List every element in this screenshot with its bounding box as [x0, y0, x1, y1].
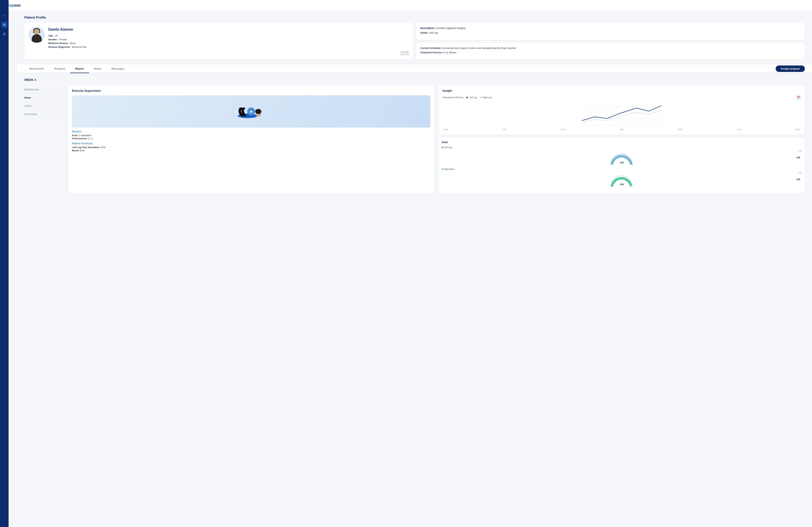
- x-label-6: 16/12: [795, 129, 800, 131]
- goal-panel: Goal Left Leg 136: [438, 137, 805, 193]
- svg-text:136: 136: [620, 161, 624, 164]
- gender-label: Gender:: [48, 38, 58, 41]
- chevron-right-icon: ›: [63, 88, 64, 91]
- tab-movements[interactable]: Movements: [24, 64, 49, 73]
- diagnosis-value: Meniscal Tear: [72, 46, 87, 48]
- schedule-label: Current Schedule:: [420, 47, 441, 49]
- assign-program-button[interactable]: Assign program: [775, 65, 805, 72]
- last-login: Last login 12.12.23: [400, 51, 409, 56]
- report-columns: Quadriceps › Knee › Ankle › Heel Slide ›: [24, 85, 805, 193]
- areas-row: Areas: Left Leg: [420, 31, 800, 34]
- gender-value: Female: [59, 38, 67, 41]
- diagnosis-label: Disease Diagnosis:: [48, 46, 71, 48]
- left-leg-dot: [466, 97, 468, 98]
- goal-left-leg: Left Leg 136 136: [442, 146, 802, 165]
- tab-program[interactable]: Program: [49, 64, 70, 73]
- chart-header: Development Process Left Leg Right Leg 📅: [443, 95, 801, 100]
- play-button[interactable]: ▶: [247, 107, 255, 115]
- left-leg-goal-legend: Left Leg: [442, 146, 802, 149]
- patients-icon[interactable]: [1, 22, 8, 28]
- patient-main-card: Damla Ataman Age: 23 Gender: Female Medi…: [24, 23, 413, 60]
- right-back-goal-label: Right Back: [444, 168, 454, 170]
- calendar-icon[interactable]: 📅: [796, 95, 801, 100]
- exercise-menu: Quadriceps › Knee › Ankle › Heel Slide ›: [24, 85, 64, 193]
- mood-row: Mood: 8/10: [72, 149, 430, 152]
- add-icon[interactable]: +: [1, 13, 8, 19]
- diagnosis-row: Disease Diagnosis: Meniscal Tear: [48, 46, 409, 48]
- treatment-value: 8-12 Weeks: [444, 51, 456, 54]
- schedule-card: Current Schedule: Increasing knee range …: [416, 43, 805, 60]
- menu-item-heel-slide[interactable]: Heel Slide ›: [24, 110, 64, 118]
- svg-point-7: [255, 109, 261, 114]
- goal-right-back: Right Back 136 136: [442, 168, 802, 186]
- description-value: Cruciate Ligament Surgery: [436, 27, 466, 30]
- x-label-0: 23/09: [443, 129, 448, 131]
- x-label-2: 21/10: [561, 129, 566, 131]
- description-row: Description: Cruciate Ligament Surgery: [420, 27, 800, 30]
- left-leg-gauge-svg: 136: [610, 153, 633, 165]
- description-label: Description:: [420, 27, 435, 30]
- pain-row: Left Leg Pain Sensation: 3/10: [72, 146, 430, 149]
- routine-label: Routine: [72, 130, 430, 133]
- chevron-right-icon: ›: [63, 104, 64, 107]
- profile-grid: Damla Ataman Age: 23 Gender: Female Medi…: [24, 23, 805, 60]
- left-leg-goal-value: 140: [796, 156, 800, 159]
- right-leg-dot: [480, 97, 481, 98]
- tabs: Movements Program Report Notes Messages …: [17, 64, 812, 73]
- medicine-label: Medicine History:: [48, 42, 69, 45]
- menu-item-ankle[interactable]: Ankle ›: [24, 102, 64, 110]
- goal-title: Goal: [442, 140, 802, 144]
- patient-info: Damla Ataman Age: 23 Gender: Female Medi…: [48, 27, 409, 49]
- treatment-row: Treatment Process: 8-12 Weeks: [420, 51, 800, 54]
- svg-text:136: 136: [620, 183, 624, 186]
- insight-panel: Insight Development Process Left Leg Rig…: [438, 85, 805, 135]
- tab-messages[interactable]: Messages: [106, 64, 129, 73]
- left-leg-goal-dot: [442, 147, 443, 148]
- right-back-gauge-svg: 136: [610, 175, 633, 186]
- sidebar: +: [0, 0, 9, 527]
- header: propose: [0, 0, 812, 11]
- avatar: [29, 27, 45, 43]
- pain-label: Left Leg Pain Sensation:: [72, 146, 100, 149]
- x-label-3: 4/11: [620, 129, 624, 131]
- insight-title: Insight: [443, 89, 801, 92]
- medicine-row: Medicine History: None: [48, 42, 409, 45]
- right-back-gauge-wrap: 136 145: [442, 175, 802, 186]
- documents-icon[interactable]: [1, 31, 8, 37]
- gender-row: Gender: Female: [48, 38, 409, 41]
- goal-label: Goal:: [72, 134, 78, 137]
- mood-label: Mood:: [72, 149, 79, 152]
- x-label-1: 7/10: [503, 129, 506, 131]
- performance-value: 2 / 2: [88, 137, 93, 140]
- performance-label: Performance:: [72, 137, 88, 140]
- tab-report[interactable]: Report: [70, 64, 89, 73]
- week-label: WEEK 4: [24, 78, 805, 82]
- main-content: Patient Profile Damla Ataman: [9, 0, 812, 527]
- exercise-video-thumb[interactable]: ▶: [72, 95, 430, 127]
- right-back-goal-legend: Right Back: [442, 168, 802, 170]
- menu-item-knee[interactable]: Knee ›: [24, 93, 64, 102]
- treatment-label: Treatment Process:: [420, 51, 443, 54]
- menu-item-quadriceps[interactable]: Quadriceps ›: [24, 85, 64, 93]
- chevron-right-icon: ›: [63, 113, 64, 115]
- chevron-right-icon: ›: [63, 96, 64, 99]
- patient-feedback-label: Patient Feedback: [72, 142, 430, 145]
- schedule-row: Current Schedule: Increasing knee range …: [420, 47, 800, 49]
- schedule-value: Increasing knee range of motion and stre…: [442, 47, 516, 49]
- tab-notes[interactable]: Notes: [89, 64, 106, 73]
- exercise-supervision-panel: Exercise Supervision: [68, 85, 434, 193]
- pain-value: 3/10: [101, 146, 105, 149]
- patient-profile-title: Patient Profile: [24, 16, 805, 19]
- left-leg-legend: Left Leg: [466, 96, 477, 99]
- mood-value: 8/10: [80, 149, 85, 152]
- chart-title: Development Process: [443, 96, 463, 99]
- play-icon: ▶: [250, 109, 253, 114]
- right-back-goal-dot: [442, 168, 443, 170]
- goal-row: Goal: 2 repetation: [72, 134, 430, 137]
- goal-value: 2 repetation: [79, 134, 91, 137]
- areas-value: Left Leg: [429, 31, 438, 34]
- left-leg-gauge-wrap: 136 140: [442, 153, 802, 165]
- description-card: Description: Cruciate Ligament Surgery A…: [416, 23, 805, 40]
- areas-label: Areas:: [420, 31, 428, 34]
- right-leg-legend: Right Leg: [480, 96, 492, 99]
